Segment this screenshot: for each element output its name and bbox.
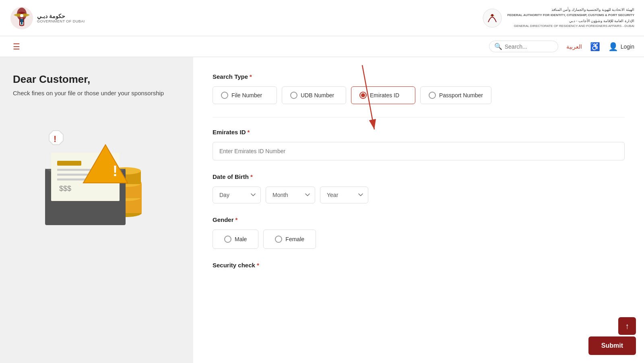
navbar-left: ☰ (10, 39, 23, 55)
svg-text:$$$: $$$ (59, 185, 71, 193)
search-type-section: Search Type * File Number UDB Number Emi… (213, 73, 625, 104)
arabic-language-link[interactable]: العربية (566, 43, 582, 50)
radio-passport-number[interactable]: Passport Number (420, 86, 491, 104)
dob-group: Day 123456789101112131415161718192021222… (213, 187, 625, 203)
login-button[interactable]: 👤 Login (608, 42, 634, 51)
main-container: Dear Customer, Check fines on your file … (0, 57, 644, 363)
gov-logo: حكومة دبـي GOVERNMENT OF DUBAI (10, 6, 85, 30)
search-bar[interactable]: 🔍 (489, 41, 558, 52)
emirates-id-label: Emirates ID * (213, 129, 625, 135)
svg-rect-14 (57, 161, 81, 166)
dob-month-select[interactable]: Month JanuaryFebruary MarchApril MayJune… (266, 187, 315, 203)
gov-logo-text: حكومة دبـي GOVERNMENT OF DUBAI (37, 13, 85, 23)
required-marker: * (250, 73, 252, 80)
search-icon: 🔍 (494, 43, 502, 50)
radio-circle-passport (429, 92, 436, 99)
fines-illustration-icon: $$$ ! ! (13, 113, 166, 225)
search-type-radio-group: File Number UDB Number Emirates ID Passp… (213, 86, 625, 104)
radio-file-number[interactable]: File Number (213, 86, 277, 104)
svg-point-3 (483, 9, 502, 27)
radio-circle-file (221, 92, 228, 99)
radio-udb-number[interactable]: UDB Number (282, 86, 346, 104)
scroll-to-top-button[interactable]: ↑ (618, 317, 636, 335)
radio-circle-female (275, 236, 282, 243)
svg-text:!: ! (54, 134, 56, 144)
security-check-section: Security check * (213, 262, 625, 269)
left-panel: Dear Customer, Check fines on your file … (0, 57, 193, 363)
gender-label: Gender * (213, 216, 625, 223)
welcome-subtitle: Check fines on your file or those under … (13, 90, 180, 96)
gender-section: Gender * Male Female (213, 216, 625, 249)
dob-year-select[interactable]: Year 20242023202220212020201920182017201… (320, 187, 368, 203)
header-left: حكومة دبـي GOVERNMENT OF DUBAI (10, 6, 85, 30)
right-panel: Search Type * File Number UDB Number Emi… (193, 57, 644, 363)
header-right: الهيئة الاتحادية للهوية والجنسية والجمار… (482, 7, 634, 29)
emirates-id-section: Emirates ID * (213, 129, 625, 160)
authority-text: الهيئة الاتحادية للهوية والجنسية والجمار… (507, 7, 634, 29)
accessibility-icon[interactable]: ♿ (590, 42, 600, 51)
gender-male[interactable]: Male (213, 230, 258, 249)
dob-label: Date of Birth * (213, 173, 625, 180)
welcome-title: Dear Customer, (13, 73, 180, 86)
navbar: ☰ 🔍 العربية ♿ 👤 Login (0, 36, 644, 57)
security-check-label: Security check * (213, 262, 625, 269)
page-header: حكومة دبـي GOVERNMENT OF DUBAI الهيئة ال… (0, 0, 644, 36)
search-input[interactable] (505, 43, 553, 50)
svg-point-4 (491, 14, 493, 16)
submit-button[interactable]: Submit (588, 336, 636, 355)
radio-emirates-id[interactable]: Emirates ID (351, 86, 415, 104)
search-type-label: Search Type * (213, 73, 625, 80)
radio-circle-udb (290, 92, 297, 99)
user-icon: 👤 (608, 42, 618, 51)
authority-logo-icon (482, 8, 502, 28)
gender-female[interactable]: Female (263, 230, 316, 249)
illustration: $$$ ! ! (13, 113, 180, 227)
emirates-id-input[interactable] (213, 142, 625, 160)
dob-day-select[interactable]: Day 123456789101112131415161718192021222… (213, 187, 261, 203)
radio-circle-emirates (359, 92, 367, 99)
svg-text:!: ! (113, 163, 118, 179)
gov-emblem-icon (10, 6, 34, 30)
radio-circle-male (224, 236, 231, 243)
navbar-right: 🔍 العربية ♿ 👤 Login (489, 41, 634, 52)
dob-section: Date of Birth * Day 12345678910111213141… (213, 173, 625, 203)
gender-radio-group: Male Female (213, 230, 625, 249)
hamburger-menu-icon[interactable]: ☰ (10, 39, 23, 55)
svg-point-2 (20, 14, 23, 17)
